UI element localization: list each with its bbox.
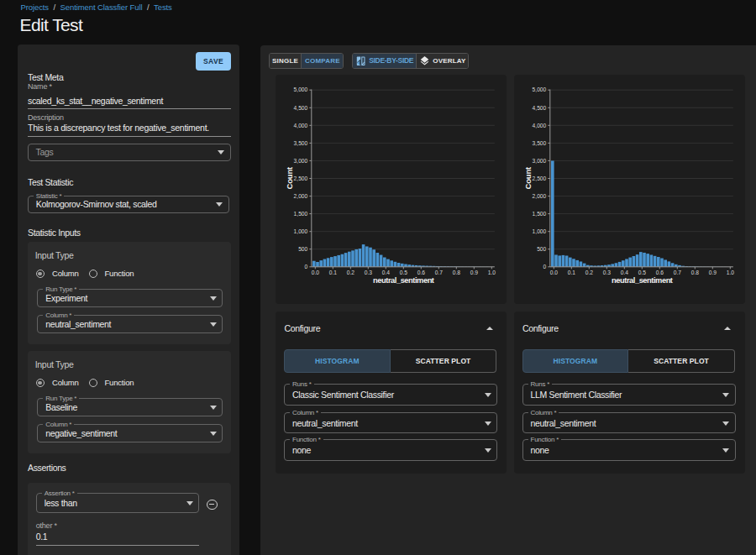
svg-text:4,000: 4,000 [532, 122, 546, 128]
svg-text:3,000: 3,000 [532, 157, 546, 163]
svg-text:0.3: 0.3 [602, 269, 611, 275]
svg-text:3,500: 3,500 [294, 139, 308, 145]
svg-text:4,000: 4,000 [294, 122, 308, 128]
svg-text:5,000: 5,000 [294, 86, 308, 92]
svg-text:1,000: 1,000 [532, 228, 546, 234]
svg-text:neutral_sentiment: neutral_sentiment [612, 276, 673, 285]
svg-text:1.0: 1.0 [726, 269, 734, 275]
svg-text:1.0: 1.0 [488, 269, 496, 275]
svg-text:0.8: 0.8 [690, 269, 699, 275]
svg-text:0.2: 0.2 [347, 269, 355, 275]
svg-text:4,500: 4,500 [532, 104, 546, 110]
svg-text:0.1: 0.1 [329, 269, 338, 275]
svg-text:0: 0 [543, 264, 546, 270]
svg-text:0.4: 0.4 [382, 269, 391, 275]
svg-text:neutral_sentiment: neutral_sentiment [373, 276, 434, 285]
svg-text:0.6: 0.6 [655, 269, 664, 275]
svg-text:Count: Count [285, 166, 294, 189]
svg-text:Count: Count [523, 166, 533, 189]
svg-text:3,500: 3,500 [532, 139, 546, 145]
svg-text:2,500: 2,500 [294, 175, 308, 181]
svg-text:0.0: 0.0 [549, 269, 558, 275]
svg-text:0.9: 0.9 [708, 269, 717, 275]
svg-text:2,000: 2,000 [532, 192, 546, 198]
svg-text:1,500: 1,500 [532, 210, 546, 216]
svg-text:0.7: 0.7 [435, 269, 444, 275]
svg-text:5,000: 5,000 [532, 86, 546, 92]
svg-text:500: 500 [298, 246, 307, 252]
svg-text:0.4: 0.4 [620, 269, 628, 275]
svg-text:0.0: 0.0 [312, 269, 320, 275]
svg-text:1,000: 1,000 [294, 228, 308, 234]
svg-text:0.3: 0.3 [365, 269, 373, 275]
svg-text:4,500: 4,500 [294, 104, 308, 110]
svg-text:0.9: 0.9 [470, 269, 479, 275]
svg-text:0.7: 0.7 [673, 269, 681, 275]
svg-text:0.5: 0.5 [400, 269, 408, 275]
svg-text:2,500: 2,500 [532, 175, 546, 181]
svg-text:0.2: 0.2 [585, 269, 593, 275]
svg-text:0.6: 0.6 [417, 269, 426, 275]
svg-text:0.8: 0.8 [453, 269, 461, 275]
svg-text:0.5: 0.5 [638, 269, 646, 275]
svg-text:1,500: 1,500 [294, 210, 308, 216]
svg-text:0: 0 [305, 264, 308, 270]
svg-text:3,000: 3,000 [294, 157, 308, 163]
svg-text:0.1: 0.1 [567, 269, 575, 275]
svg-text:500: 500 [537, 246, 546, 252]
svg-text:2,000: 2,000 [294, 192, 308, 198]
